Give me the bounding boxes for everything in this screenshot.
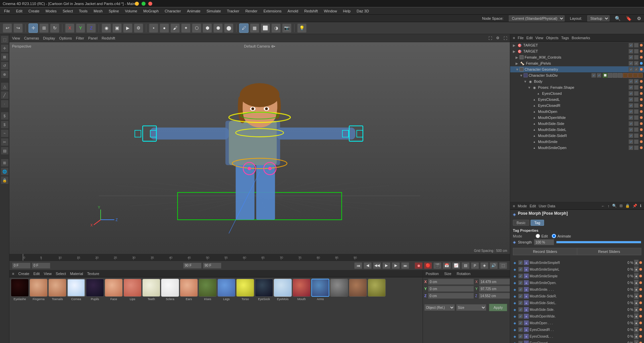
visibility-check[interactable]: ✓ — [629, 121, 633, 126]
cube-btn[interactable]: ▪ — [149, 23, 158, 33]
morph-stepper[interactable]: ▲ — [634, 266, 639, 272]
apply-button[interactable]: Apply — [489, 304, 507, 311]
visibility-check[interactable]: ✓ — [629, 49, 633, 54]
attr-up-btn[interactable]: ↑ — [608, 204, 610, 208]
f-curve-btn[interactable]: 📈 — [452, 262, 460, 269]
space-select[interactable]: Size Scale — [456, 304, 487, 311]
scene-item-mouthside-side[interactable]: ▲ MouthSide-Side ✓ — [510, 121, 644, 127]
position-y-input[interactable] — [428, 286, 474, 292]
go-start-btn[interactable]: ⏮ — [354, 262, 362, 269]
material-extra-1[interactable] — [330, 279, 348, 342]
material-mouth[interactable]: Mouth — [292, 279, 311, 342]
menu-simulate[interactable]: Simulate — [204, 8, 224, 14]
visibility-check[interactable]: ✓ — [629, 79, 633, 84]
visibility-check[interactable]: ✓ — [629, 115, 633, 120]
scene-item-char-geo[interactable]: ▼ Character Geometry ✓ ✓ — [510, 66, 644, 72]
generator-btn[interactable]: ⬣ — [213, 23, 223, 33]
move-btn[interactable]: ✛ — [1, 44, 9, 52]
menu-mograph[interactable]: MoGraph — [141, 8, 161, 14]
material-face[interactable]: Face — [105, 279, 123, 342]
menu-modes[interactable]: Modes — [43, 8, 59, 14]
layout-select[interactable]: Startup — [587, 15, 609, 21]
render-check[interactable] — [634, 139, 639, 144]
attr-mode-menu[interactable]: Mode — [518, 204, 527, 208]
render-check[interactable] — [634, 55, 639, 60]
visibility-check[interactable]: ✓ — [629, 55, 633, 60]
visibility-check[interactable]: ✓ — [629, 43, 633, 48]
material-teeth[interactable]: Teeth — [142, 279, 160, 342]
texture-btn[interactable]: ⬜ — [261, 23, 270, 33]
visibility-check[interactable]: ✓ — [629, 97, 633, 102]
psr-size-tab[interactable]: Size — [444, 272, 451, 276]
material-pupils[interactable]: Pupils — [86, 279, 104, 342]
vp-cameras-menu[interactable]: Cameras — [24, 36, 39, 40]
scene-item-subdiv[interactable]: ▼ Character SubDiv ✓ ✓ ⬜ — [510, 72, 644, 78]
play-btn[interactable]: ▶ — [123, 23, 132, 33]
maximize-btn[interactable] — [142, 2, 146, 6]
visibility-check[interactable]: ✓ — [629, 85, 633, 90]
scene-edit-menu[interactable]: Edit — [526, 36, 533, 40]
attr-info-icon[interactable]: ℹ — [640, 204, 641, 208]
morph-check[interactable]: ✓ — [518, 307, 523, 312]
next-frame-btn[interactable]: ▶ — [392, 262, 400, 269]
scene-item-eyesclosedl[interactable]: ▲ EyesClosedL ✓ — [510, 96, 644, 102]
render-check[interactable] — [634, 43, 639, 48]
vp-view-menu[interactable]: View — [12, 36, 20, 40]
render-check[interactable] — [634, 109, 639, 114]
mat-menu-icon[interactable]: ≡ — [12, 272, 14, 276]
snap-btn[interactable]: ⊕ — [1, 70, 9, 78]
current-frame-input[interactable] — [12, 263, 31, 269]
scene-item-eyesclosedr[interactable]: ▲ EyesClosedR ✓ — [510, 102, 644, 109]
psr-position-tab[interactable]: Position — [426, 272, 439, 276]
undo-btn[interactable]: ↩ — [3, 23, 12, 33]
render-check[interactable] — [634, 133, 639, 138]
mat-view-menu[interactable]: View — [44, 272, 52, 276]
visibility-check[interactable]: ✓ — [629, 91, 633, 96]
sphere-btn[interactable]: ● — [160, 23, 169, 33]
material-fingerna[interactable]: Fingerna — [30, 279, 48, 342]
close-btn[interactable] — [148, 2, 152, 6]
record-btn[interactable]: ⏺ — [415, 262, 423, 269]
material-ears[interactable]: Ears — [180, 279, 198, 342]
visibility-check[interactable]: ✓ — [629, 67, 633, 72]
psr-rotation-tab[interactable]: Rotation — [457, 272, 471, 276]
edit-radio[interactable]: Edit — [536, 234, 548, 238]
motion-system-btn[interactable]: ◈ — [480, 262, 488, 269]
position-x-input[interactable] — [428, 279, 474, 285]
sound-btn[interactable]: 🔊 — [490, 262, 498, 269]
motion-clip-btn[interactable]: 🎬 — [433, 262, 441, 269]
morph-check[interactable]: ✓ — [518, 280, 523, 285]
material-toenails[interactable]: Toenails — [48, 279, 66, 342]
param-btn[interactable]: P — [471, 262, 479, 269]
scale-btn[interactable]: ⊠ — [1, 53, 9, 61]
scene-item-ikm-controls[interactable]: ▶ Female_IKM_Controls ✓ — [510, 54, 644, 60]
visibility-check[interactable]: ✓ — [591, 73, 596, 78]
paint-btn[interactable]: 🖌 — [170, 23, 180, 33]
morph-stepper[interactable]: ▲ — [634, 286, 639, 292]
render-check[interactable]: ✓ — [634, 79, 639, 84]
object-mode-btn[interactable]: ◉ — [102, 23, 111, 33]
vp-expand-icon[interactable]: ⛶ — [488, 36, 492, 40]
coord-system-select[interactable]: Object (Rel.) World — [424, 304, 455, 311]
timeline-btn[interactable]: 📅 — [443, 262, 451, 269]
preview-end-input[interactable] — [203, 263, 221, 269]
render-settings-btn[interactable]: ⚙ — [134, 23, 143, 33]
minimize-btn[interactable] — [135, 2, 139, 6]
visibility-check[interactable]: ✓ — [629, 103, 633, 108]
render-check[interactable] — [634, 49, 639, 54]
scene-file-menu[interactable]: File — [518, 36, 524, 40]
menu-edit[interactable]: Edit — [13, 8, 25, 14]
morph-check[interactable]: ✓ — [518, 327, 523, 332]
morph-stepper[interactable]: ▲ — [634, 280, 639, 286]
morph-stepper[interactable]: ▲ — [634, 300, 639, 306]
effector-btn[interactable]: ⬤ — [224, 23, 233, 33]
rotate-tool-btn[interactable]: ↻ — [50, 23, 59, 33]
menu-redshift[interactable]: Redshift — [302, 8, 320, 14]
menu-extensions[interactable]: Extensions — [261, 8, 284, 14]
menu-animate[interactable]: Animate — [184, 8, 203, 14]
scale-tool-btn[interactable]: ⊞ — [39, 23, 49, 33]
material-extra-3[interactable] — [368, 279, 386, 342]
record-sliders-btn[interactable]: Record Sliders — [513, 248, 577, 255]
render-check[interactable] — [634, 121, 639, 126]
animate-radio[interactable]: Animate — [552, 234, 571, 238]
